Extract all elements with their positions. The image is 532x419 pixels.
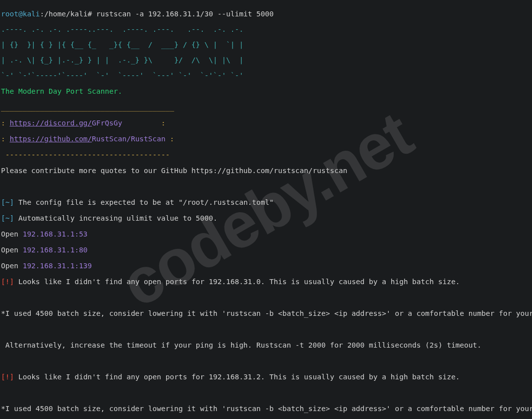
prompt-user: root bbox=[1, 10, 18, 18]
border-line: ________________________________________ bbox=[1, 103, 531, 111]
open-port-line: Open 192.168.31.1:139 bbox=[1, 262, 531, 270]
ascii-art-line: .----. .-. .-. .----..---. .----. .---. … bbox=[1, 26, 531, 33]
discord-link[interactable]: https://discord.gg/ bbox=[9, 119, 92, 127]
ascii-art-line: | {} }| { } |{ {__ {_ _}{ {__ / ___} / {… bbox=[1, 41, 531, 49]
info-config: [~] The config file is expected to be at… bbox=[1, 198, 531, 206]
advice-line: Alternatively, increase the timeout if y… bbox=[1, 341, 531, 349]
border-line: -------------------------------------- bbox=[1, 151, 531, 159]
prompt-line: root@kali:/home/kali# rustscan -a 192.16… bbox=[1, 10, 531, 18]
warn-line: [!] Looks like I didn't find any open po… bbox=[1, 278, 531, 286]
info-ulimit: [~] Automatically increasing ulimit valu… bbox=[1, 214, 531, 222]
prompt-path: /home/kali bbox=[44, 10, 87, 18]
ascii-art-line: | .-. \| {_} |.-._} } | | .-._} }\ }/ /\… bbox=[1, 57, 531, 64]
advice-line: *I used 4500 batch size, consider loweri… bbox=[1, 309, 531, 317]
contribute-line: Please contribute more quotes to our Git… bbox=[1, 167, 531, 175]
open-port-line: Open 192.168.31.1:80 bbox=[1, 246, 531, 254]
github-link-line: : https://github.com/RustScan/RustScan : bbox=[1, 135, 531, 143]
command-text: rustscan -a 192.168.31.1/30 --ulimit 500… bbox=[96, 10, 274, 18]
ascii-art-line: `-' `-'`-----'`----' `-' `----' `---' `-… bbox=[1, 72, 531, 79]
tagline: The Modern Day Port Scanner. bbox=[1, 87, 531, 95]
prompt-host: kali bbox=[23, 10, 40, 18]
open-port-line: Open 192.168.31.1:53 bbox=[1, 230, 531, 238]
advice-line: *I used 4500 batch size, consider loweri… bbox=[1, 405, 531, 413]
discord-link-line: : https://discord.gg/GFrQsGy : bbox=[1, 119, 531, 127]
terminal-output[interactable]: root@kali:/home/kali# rustscan -a 192.16… bbox=[0, 0, 532, 419]
github-link[interactable]: https://github.com/ bbox=[9, 135, 92, 143]
warn-line: [!] Looks like I didn't find any open po… bbox=[1, 373, 531, 381]
